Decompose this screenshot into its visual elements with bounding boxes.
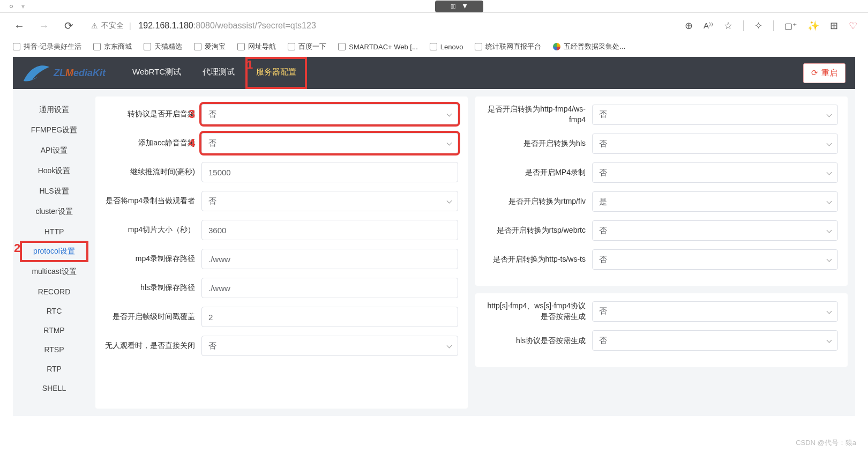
select-dropdown[interactable]: 否 — [201, 191, 458, 211]
bookmark-icon — [13, 43, 20, 50]
select-dropdown[interactable]: 否 — [592, 301, 838, 322]
sidebar-item[interactable]: FFMPEG设置 — [20, 120, 88, 140]
form-row: 是否开启MP4录制否 — [485, 162, 838, 183]
back-button[interactable]: ← — [11, 17, 28, 34]
text-input[interactable]: ./www — [201, 249, 458, 269]
downloads-icon[interactable]: ⊞ — [830, 20, 838, 32]
play-icon: ▶ — [462, 4, 468, 9]
form-row: http[s]-fmp4、ws[s]-fmp4协议是否按需生成否 — [485, 301, 838, 322]
form-label: hls录制保存路径 — [105, 283, 201, 293]
insecure-label: 不安全 — [101, 21, 124, 31]
divider — [773, 20, 774, 31]
form-label: mp4录制保存路径 — [105, 254, 201, 264]
nav-tab[interactable]: 服务器配置 — [245, 57, 307, 89]
refresh-button[interactable]: ⟳ — [60, 17, 77, 34]
restart-button[interactable]: ⟳ 重启 — [803, 63, 845, 83]
sidebar-item[interactable]: cluster设置 — [20, 202, 88, 222]
favorite-icon[interactable]: ☆ — [724, 20, 732, 32]
form-row: 是否开启帧级时间戳覆盖2 — [105, 307, 458, 327]
text-input[interactable]: 15000 — [201, 162, 458, 182]
right-bottom-panel: http[s]-fmp4、ws[s]-fmp4协议是否按需生成否hls协议是否按… — [475, 293, 848, 367]
app-header: ZLMediaKit WebRTC测试代理测试1服务器配置 ⟳ 重启 — [13, 57, 855, 89]
bookmark-item[interactable]: SMARTDAC+ Web [... — [338, 43, 417, 51]
form-label: hls协议是否按需生成 — [485, 336, 592, 346]
select-dropdown[interactable]: 否 — [201, 336, 458, 356]
sidebar-item[interactable]: HTTP — [20, 222, 88, 241]
bookmark-label: 五经普数据采集处... — [564, 42, 625, 51]
favorites-list-icon[interactable]: ✨ — [807, 20, 819, 32]
bookmark-item[interactable]: 天猫精选 — [144, 42, 182, 51]
sidebar-item[interactable]: RTMP — [20, 321, 88, 340]
left-form-panel: 转协议是否开启音频3否添加acc静音音频4否继续推流时间(毫秒)15000是否将… — [95, 97, 468, 409]
sidebar-item[interactable]: API设置 — [20, 140, 88, 161]
bookmark-label: 网址导航 — [248, 42, 276, 51]
bookmark-item[interactable]: 抖音-记录美好生活 — [13, 42, 81, 51]
text-input[interactable]: 2 — [201, 307, 458, 327]
sidebar-item[interactable]: HLS设置 — [20, 181, 88, 202]
form-label: 添加acc静音音频 — [105, 138, 201, 149]
nav-tab[interactable]: WebRTC测试 — [122, 57, 192, 89]
right-top-panel: 是否开启转换为http-fmp4/ws-fmp4否是否开启转换为hls否是否开启… — [475, 97, 848, 286]
sidebar-item[interactable]: 通用设置 — [20, 100, 88, 120]
app-body: 2 通用设置FFMPEG设置API设置Hook设置HLS设置cluster设置H… — [13, 89, 855, 416]
bookmark-label: 抖音-记录美好生活 — [24, 42, 81, 51]
form-label: 继续推流时间(毫秒) — [105, 167, 201, 177]
dropdown-icon[interactable]: ▾ — [20, 3, 26, 10]
url-field[interactable]: ⚠ 不安全 | 192.168.1.180:8080/webassist/?se… — [85, 17, 677, 35]
select-dropdown[interactable]: 否 — [592, 220, 838, 241]
logo-fish-icon — [21, 62, 51, 84]
address-bar: ← → ⟳ ⚠ 不安全 | 192.168.1.180:8080/webassi… — [0, 13, 868, 39]
bookmark-icon — [475, 43, 482, 50]
sidebar-item[interactable]: RECORD — [20, 282, 88, 301]
form-label: 是否开启转换为http-fmp4/ws-fmp4 — [485, 104, 592, 125]
text-input[interactable]: ./www — [201, 278, 458, 298]
select-dropdown[interactable]: 否 — [592, 134, 838, 154]
form-row: mp4切片大小（秒）3600 — [105, 220, 458, 240]
form-label: 转协议是否开启音频 — [105, 109, 201, 120]
bookmark-label: Lenovo — [440, 43, 463, 51]
bookmark-item[interactable]: 爱淘宝 — [194, 42, 226, 51]
select-dropdown[interactable]: 是 — [592, 191, 838, 212]
sidebar-item[interactable]: Hook设置 — [20, 161, 88, 181]
bookmark-item[interactable]: 网址导航 — [237, 42, 276, 51]
form-row: 是否将mp4录制当做观看者否 — [105, 191, 458, 211]
url-text: 192.168.1.180:8080/webassist/?secret=qts… — [138, 21, 316, 31]
bookmark-label: 爱淘宝 — [205, 42, 226, 51]
logo-text: ZLMediaKit — [54, 68, 106, 79]
bookmarks-bar: 抖音-记录美好生活京东商城天猫精选爱淘宝网址导航百度一下SMARTDAC+ We… — [0, 39, 868, 57]
select-dropdown[interactable]: 否 — [201, 133, 458, 153]
search-icon[interactable]: ⊕ — [685, 20, 693, 32]
bookmark-icon — [338, 43, 346, 50]
bookmark-item[interactable]: 五经普数据采集处... — [553, 42, 625, 51]
health-icon[interactable]: ♡ — [849, 20, 857, 32]
text-input[interactable]: 3600 — [201, 220, 458, 240]
select-dropdown[interactable]: 否 — [592, 249, 838, 270]
sidebar-item[interactable]: RTP — [20, 359, 88, 379]
form-label: 是否开启转换为rtsp/webrtc — [485, 225, 592, 236]
sidebar-item[interactable]: RTC — [20, 301, 88, 321]
logo[interactable]: ZLMediaKit — [18, 62, 109, 84]
sidebar-item[interactable]: protocol设置 — [20, 241, 88, 262]
bookmark-icon — [93, 43, 101, 50]
select-dropdown[interactable]: 否 — [592, 330, 838, 351]
select-dropdown[interactable]: 否 — [592, 162, 838, 183]
select-dropdown[interactable]: 否 — [592, 105, 838, 125]
form-label: 是否开启转换为rtmp/flv — [485, 196, 592, 207]
sidebar-item[interactable]: SHELL — [20, 379, 88, 398]
form-row: 是否开启转换为http-fmp4/ws-fmp4否 — [485, 104, 838, 125]
speaker-off-icon: 🕨⃠ — [451, 3, 456, 10]
extensions-icon[interactable]: ✧ — [754, 20, 762, 32]
bookmark-item[interactable]: Lenovo — [430, 43, 463, 51]
select-dropdown[interactable]: 否 — [201, 104, 458, 124]
sidebar-item[interactable]: RTSP — [20, 340, 88, 359]
media-hub[interactable]: 🕨⃠ ▶ — [435, 1, 483, 12]
form-row: hls录制保存路径./www — [105, 278, 458, 298]
nav-tab[interactable]: 代理测试1 — [192, 57, 245, 89]
collections-icon[interactable]: ▢⁺ — [784, 21, 797, 31]
forward-button: → — [35, 17, 53, 34]
bookmark-item[interactable]: 百度一下 — [288, 42, 326, 51]
bookmark-item[interactable]: 统计联网直报平台 — [475, 42, 541, 51]
sidebar-item[interactable]: multicast设置 — [20, 262, 88, 282]
read-aloud-icon[interactable]: A⁾⁾ — [704, 21, 713, 31]
bookmark-item[interactable]: 京东商城 — [93, 42, 132, 51]
